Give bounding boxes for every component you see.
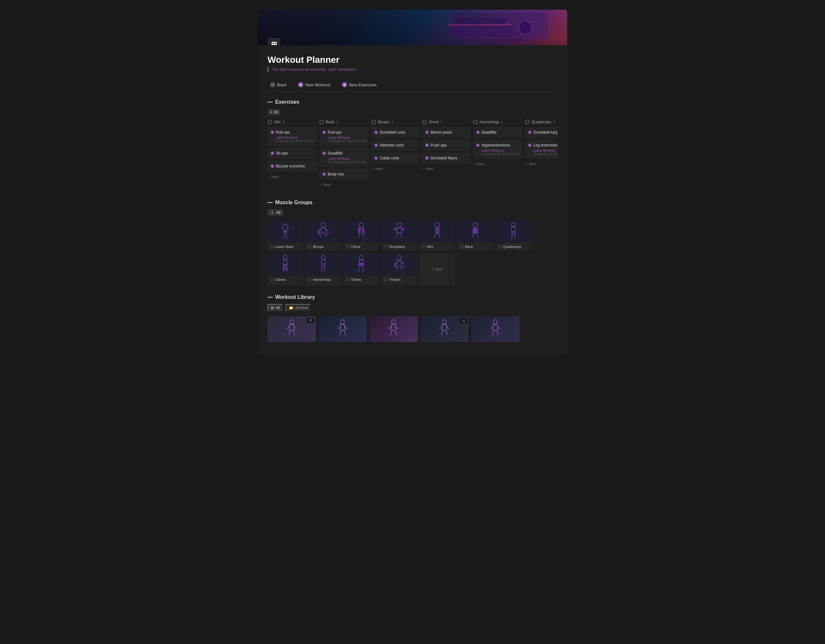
exercise-card-deadlifts[interactable]: Deadlifts Latest Workout:⏱ January 22, 2…	[319, 148, 369, 167]
svg-line-67	[396, 266, 397, 270]
exercise-card-pull-ups[interactable]: Pull-ups Latest Workout:⏱ January 25, 20…	[319, 127, 369, 146]
exercises-filter-all[interactable]: ≡ All	[267, 109, 280, 115]
workout-tab-archive[interactable]: 📁 Archive	[286, 304, 311, 312]
svg-line-39	[477, 233, 478, 238]
exercise-card-dumbbell-curls[interactable]: Dumbbell curls	[371, 127, 420, 138]
exercise-dot	[374, 131, 378, 134]
exercise-card-dumbbell-lunges[interactable]: Dumbbell lunges	[525, 127, 558, 138]
exercise-dot	[425, 143, 429, 147]
new-exercises-button[interactable]: ⊕ New Exercises	[339, 81, 379, 89]
exercise-col-quadriceps: Quadriceps 2 Dumbbell lunges Leg extensi…	[525, 120, 558, 188]
exercise-col-back: Back 3 Pull-ups Latest Workout:⏱ January…	[319, 120, 369, 188]
workout-thumbnail-2[interactable]	[318, 316, 367, 342]
svg-point-14	[359, 223, 363, 228]
exercise-card-body-row[interactable]: Body row	[319, 169, 369, 180]
col-count-chest: 3	[441, 120, 443, 124]
add-exercise-hamstrings[interactable]: +New	[473, 161, 522, 167]
svg-point-61	[361, 262, 364, 267]
add-exercise-back[interactable]: +New	[319, 182, 369, 188]
svg-rect-76	[340, 325, 345, 330]
muscle-filter-icon: 🚶	[270, 210, 275, 215]
svg-rect-6	[283, 231, 287, 233]
workout-thumbnail-3[interactable]	[369, 316, 418, 342]
add-muscle-group-button[interactable]: + New	[420, 253, 455, 285]
muscle-card-triceps[interactable]: Triceps	[382, 253, 417, 285]
exercise-dot	[425, 157, 429, 160]
exercise-card-push-ups[interactable]: Push ups	[422, 140, 471, 151]
exercise-card-hyperextensions[interactable]: Hyperextensions Latest Workout:⏱ January…	[473, 140, 522, 159]
exercise-name: Dumbbell lunges	[528, 130, 558, 135]
back-button[interactable]: ← Back	[267, 81, 289, 89]
exercise-dot	[528, 131, 531, 134]
exercise-card-pull-ups[interactable]: Pull-ups Latest Workout:⏱ January 25, 20…	[267, 127, 317, 146]
exercise-col-abs: Abs 3 Pull-ups Latest Workout:⏱ January …	[267, 120, 317, 188]
svg-point-16	[362, 228, 365, 232]
exercise-card-sit-ups[interactable]: Sit-ups	[267, 148, 317, 159]
exercise-dot	[271, 165, 274, 168]
add-exercise-chest[interactable]: +New	[422, 165, 471, 172]
muscle-image-abs	[420, 220, 455, 243]
add-exercise-quadriceps[interactable]: +New	[525, 161, 558, 167]
exercise-dot	[374, 157, 378, 160]
thumb-figure-2	[335, 319, 351, 339]
workout-thumbnails: 27	[267, 316, 558, 342]
muscle-card-chest[interactable]: Chest	[343, 220, 379, 251]
exercise-name: Pull-ups	[271, 130, 314, 135]
svg-line-73	[287, 327, 289, 329]
thumb-inner-5	[471, 316, 519, 342]
muscle-radio-lower-back	[270, 245, 273, 248]
exercise-card-cable-curls[interactable]: Cable curls	[371, 153, 420, 163]
muscle-label-chest: Chest	[343, 243, 379, 251]
muscle-radio-triceps	[384, 278, 387, 281]
svg-point-52	[321, 255, 325, 260]
muscle-card-hamstrings[interactable]: Hamstrings	[306, 253, 341, 285]
muscle-card-biceps[interactable]: Biceps	[306, 220, 341, 251]
muscle-card-calves[interactable]: Calves	[267, 253, 303, 285]
exercise-name: Pull-ups	[323, 130, 365, 135]
svg-point-69	[290, 320, 294, 324]
svg-point-5	[282, 224, 288, 231]
muscle-image-chest	[343, 220, 379, 243]
muscle-card-shoulders[interactable]: Shoulders	[382, 220, 417, 251]
exercise-card-bicycle-crunches[interactable]: Bicycle crunches	[267, 161, 317, 172]
svg-line-85	[389, 327, 391, 329]
section-line	[267, 102, 273, 102]
exercise-card-deadlifts[interactable]: Deadlifts	[473, 127, 522, 138]
svg-line-74	[294, 327, 297, 329]
muscle-filter-all[interactable]: 🚶 All	[267, 209, 283, 216]
muscle-card-abs[interactable]: Abs	[420, 220, 455, 251]
svg-line-91	[440, 327, 442, 329]
exercise-card-leg-extensions[interactable]: Leg extensions Latest Workout:⏱ January …	[525, 140, 558, 159]
svg-line-90	[446, 330, 447, 336]
exercise-card-bench-press[interactable]: Bench press	[422, 127, 471, 138]
add-exercise-abs[interactable]: +New	[267, 174, 317, 180]
exercise-meta: Latest Workout:	[323, 157, 365, 160]
col-dot-abs	[267, 120, 272, 124]
workout-tab-all[interactable]: ⊞ All	[267, 304, 283, 312]
svg-rect-0	[448, 24, 512, 37]
exercise-name: Cable curls	[374, 156, 416, 160]
workout-thumbnail-1[interactable]: 27	[267, 316, 316, 342]
muscle-label-back: Back	[457, 243, 493, 251]
svg-rect-41	[511, 227, 515, 231]
svg-point-64	[397, 256, 402, 260]
exercise-card-dumbbell-flyers[interactable]: Dumbbell flyers	[422, 153, 471, 163]
exercise-meta: Latest Workout:	[528, 149, 558, 152]
svg-line-7	[283, 234, 285, 239]
svg-line-92	[446, 327, 449, 329]
workout-thumbnail-5[interactable]	[471, 316, 519, 342]
toolbar: ← Back ⊕ New Workout ⊕ New Exercises	[267, 78, 558, 91]
svg-point-93	[493, 320, 497, 324]
exercise-card-hammer-curls[interactable]: Hammer curls	[371, 140, 420, 151]
add-exercise-biceps[interactable]: +New	[371, 165, 420, 172]
muscle-card-quadriceps[interactable]: Quadriceps	[496, 220, 531, 251]
svg-rect-32	[436, 233, 437, 233]
new-workout-button[interactable]: ⊕ New Workout	[295, 81, 333, 89]
exercise-col-chest: Chest 3 Bench press Push ups Dumbbell fl…	[422, 120, 471, 188]
workout-thumbnail-4[interactable]: 12	[420, 316, 468, 342]
muscle-card-lower-back[interactable]: Lower Back	[267, 220, 303, 251]
muscle-card-glutes[interactable]: Glutes	[343, 253, 379, 285]
muscle-card-back[interactable]: Back	[457, 220, 493, 251]
muscle-radio-back	[460, 245, 463, 248]
svg-rect-49	[286, 265, 287, 268]
